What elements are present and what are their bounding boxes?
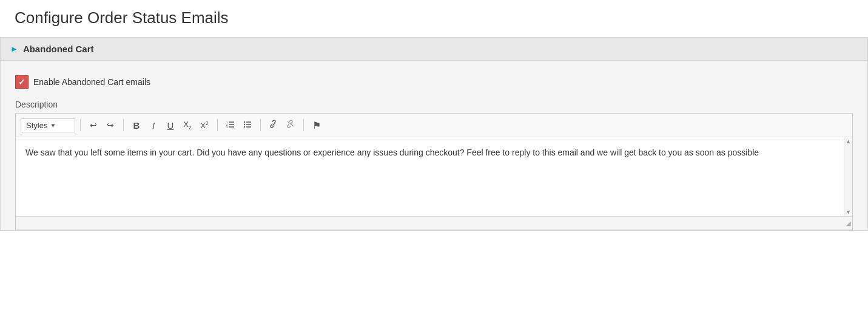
toolbar-divider-3 xyxy=(217,119,218,131)
editor-toolbar: Styles ▼ ↩ ↪ B I xyxy=(16,114,852,137)
resize-handle[interactable]: ◢ xyxy=(846,220,851,227)
unordered-list-icon xyxy=(243,120,252,131)
styles-dropdown-arrow: ▼ xyxy=(50,122,56,129)
subscript-button[interactable]: X2 xyxy=(180,117,195,133)
undo-icon: ↩ xyxy=(90,120,97,130)
toolbar-divider-5 xyxy=(303,119,304,131)
checkmark-icon: ✓ xyxy=(18,78,25,86)
scroll-down-button[interactable]: ▼ xyxy=(846,209,851,215)
svg-point-10 xyxy=(244,123,245,125)
italic-icon: I xyxy=(152,120,155,131)
styles-dropdown-label: Styles xyxy=(26,121,47,130)
enable-checkbox-label: Enable Abandoned Cart emails xyxy=(33,77,150,87)
underline-icon: U xyxy=(167,120,174,131)
toolbar-divider-1 xyxy=(80,119,81,131)
ordered-list-button[interactable]: 1. 2. 3. xyxy=(223,117,238,133)
editor-content-wrapper: We saw that you left some items in your … xyxy=(16,137,852,216)
underline-button[interactable]: U xyxy=(163,117,178,133)
unlink-button[interactable] xyxy=(283,117,298,133)
bold-button[interactable]: B xyxy=(129,117,144,133)
section-header-label: Abandoned Cart xyxy=(23,44,94,54)
editor-vertical-scrollbar[interactable]: ▲ ▼ xyxy=(844,137,852,216)
svg-text:3.: 3. xyxy=(226,125,228,128)
unordered-list-button[interactable] xyxy=(240,117,255,133)
superscript-button[interactable]: X2 xyxy=(197,117,212,133)
enable-abandoned-cart-checkbox[interactable]: ✓ xyxy=(15,75,29,89)
enable-checkbox-row: ✓ Enable Abandoned Cart emails xyxy=(15,75,853,89)
unlink-icon xyxy=(286,120,295,131)
bold-icon: B xyxy=(133,120,140,131)
editor-footer: ◢ xyxy=(16,216,852,230)
abandoned-cart-section: ► Abandoned Cart ✓ Enable Abandoned Cart… xyxy=(0,37,868,231)
rich-text-editor[interactable]: Styles ▼ ↩ ↪ B I xyxy=(15,113,853,230)
section-header[interactable]: ► Abandoned Cart xyxy=(0,37,868,61)
ordered-list-icon: 1. 2. 3. xyxy=(226,120,235,131)
flag-icon: ⚑ xyxy=(312,120,321,131)
superscript-icon: X2 xyxy=(200,120,209,130)
toolbar-divider-4 xyxy=(260,119,261,131)
flag-button[interactable]: ⚑ xyxy=(309,117,325,133)
svg-line-12 xyxy=(288,121,294,126)
styles-dropdown[interactable]: Styles ▼ xyxy=(21,118,75,132)
page-title: Configure Order Status Emails xyxy=(0,0,868,37)
svg-point-11 xyxy=(244,126,245,127)
redo-icon: ↪ xyxy=(107,120,114,130)
editor-text-area[interactable]: We saw that you left some items in your … xyxy=(16,137,844,216)
link-icon xyxy=(269,120,278,131)
section-body: ✓ Enable Abandoned Cart emails Descripti… xyxy=(0,61,868,231)
toolbar-divider-2 xyxy=(123,119,124,131)
subscript-icon: X2 xyxy=(183,120,192,131)
italic-button[interactable]: I xyxy=(146,117,161,133)
redo-button[interactable]: ↪ xyxy=(103,117,118,133)
link-button[interactable] xyxy=(266,117,281,133)
section-expand-arrow: ► xyxy=(10,44,18,53)
svg-point-9 xyxy=(244,121,245,122)
scroll-up-button[interactable]: ▲ xyxy=(846,138,851,145)
undo-button[interactable]: ↩ xyxy=(86,117,101,133)
description-label: Description xyxy=(15,100,853,109)
